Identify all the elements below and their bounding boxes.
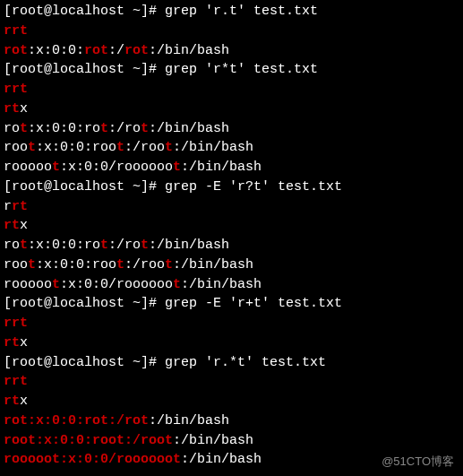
terminal-line: root:x:0:0:root:/root:/bin/bash xyxy=(4,431,459,451)
text-segment: t xyxy=(141,121,149,136)
text-segment: :/bin/bash xyxy=(149,43,229,58)
text-segment: roo xyxy=(4,257,28,273)
text-segment: :/bin/bash xyxy=(181,277,262,292)
text-segment: t xyxy=(20,121,28,136)
text-segment: t xyxy=(20,238,28,253)
text-segment: t xyxy=(173,277,181,292)
text-segment: :x:0:0/roooooo xyxy=(60,277,173,292)
text-segment: rooooo xyxy=(4,160,52,175)
terminal-line: rtx xyxy=(4,333,459,353)
watermark: @51CTO博客 xyxy=(382,454,454,471)
text-segment: :/bin/bash xyxy=(149,238,229,253)
text-segment: x xyxy=(20,335,28,351)
terminal-line: root:x:0:0:root:/root:/bin/bash xyxy=(4,138,459,158)
terminal-line: rrt xyxy=(4,80,459,100)
text-segment: t xyxy=(116,140,124,155)
text-segment: rt xyxy=(4,394,20,409)
text-segment: t xyxy=(165,140,173,155)
text-segment: t xyxy=(100,121,108,136)
text-segment: :/bin/bash xyxy=(173,257,253,273)
text-segment: :x:0:0:roo xyxy=(36,140,116,155)
text-segment: :x:0:0:ro xyxy=(28,238,100,253)
terminal-line: [root@localhost ~]# grep -E 'r?t' test.t… xyxy=(4,177,459,197)
text-segment: r xyxy=(4,199,12,214)
text-segment: :x:0:0:roo xyxy=(36,257,116,273)
text-segment: rot xyxy=(4,43,28,58)
terminal-line: rot:x:0:0:rot:/rot:/bin/bash xyxy=(4,236,459,255)
terminal-line: [root@localhost ~]# grep 'r*t' test.txt xyxy=(4,60,459,80)
terminal-line: rot:x:0:0:rot:/rot:/bin/bash xyxy=(4,411,459,431)
text-segment: rrt xyxy=(4,316,28,331)
text-segment: rooooo xyxy=(4,277,52,292)
terminal-line: rtx xyxy=(4,100,459,119)
text-segment: rt xyxy=(4,335,20,351)
text-segment: :/ xyxy=(108,43,124,58)
terminal-line: root:x:0:0:root:/root:/bin/bash xyxy=(4,255,459,275)
terminal-line: [root@localhost ~]# grep 'r.t' test.txt xyxy=(4,2,459,22)
text-segment: rrt xyxy=(4,23,28,39)
text-segment: :/roo xyxy=(124,257,165,273)
text-segment: x xyxy=(20,394,28,409)
terminal-line: [root@localhost ~]# grep 'r.*t' test.txt xyxy=(4,353,459,373)
text-segment: t xyxy=(141,238,149,253)
text-segment: t xyxy=(28,257,36,273)
text-segment: ro xyxy=(4,121,20,136)
terminal-line: rrt xyxy=(4,22,459,41)
text-segment: [root@localhost ~]# grep -E 'r+t' test.t… xyxy=(4,296,342,311)
text-segment: root:x:0:0:root:/root xyxy=(4,433,173,448)
text-segment: t xyxy=(165,257,173,273)
text-segment: rot xyxy=(124,43,149,58)
text-segment: [root@localhost ~]# grep 'r.t' test.txt xyxy=(4,4,318,19)
text-segment: t xyxy=(28,140,36,155)
text-segment: :/bin/bash xyxy=(181,160,262,175)
text-segment: :/bin/bash xyxy=(149,121,229,136)
terminal-line: rrt xyxy=(4,197,459,217)
text-segment: x xyxy=(20,101,28,117)
text-segment: [root@localhost ~]# grep 'r*t' test.txt xyxy=(4,62,318,77)
text-segment: rt xyxy=(4,101,20,117)
terminal-line: rtx xyxy=(4,392,459,411)
text-segment: rot:x:0:0:rot:/rot xyxy=(4,413,149,428)
text-segment: t xyxy=(52,277,60,292)
terminal-line: rrt xyxy=(4,372,459,392)
text-segment: rrt xyxy=(4,374,28,389)
text-segment: t xyxy=(100,238,108,253)
terminal-line: rrt xyxy=(4,314,459,333)
text-segment: :/bin/bash xyxy=(181,452,262,467)
text-segment: [root@localhost ~]# grep 'r.*t' test.txt xyxy=(4,355,326,370)
text-segment: t xyxy=(173,160,181,175)
text-segment: :x:0:0:ro xyxy=(28,121,100,136)
text-segment: rrt xyxy=(4,82,28,97)
text-segment: :/ro xyxy=(108,121,141,136)
text-segment: t xyxy=(52,160,60,175)
text-segment: :/roo xyxy=(124,140,165,155)
terminal-line: rot:x:0:0:rot:/rot:/bin/bash xyxy=(4,41,459,61)
terminal-line: rtx xyxy=(4,216,459,236)
terminal-line: rooooot:x:0:0/roooooot:/bin/bash xyxy=(4,158,459,177)
text-segment: roo xyxy=(4,140,28,155)
text-segment: :/ro xyxy=(108,238,141,253)
text-segment: ro xyxy=(4,238,20,253)
text-segment: rooooot:x:0:0/roooooot xyxy=(4,452,181,467)
text-segment: rot xyxy=(84,43,108,58)
terminal-line: [root@localhost ~]# grep -E 'r+t' test.t… xyxy=(4,294,459,314)
text-segment: :/bin/bash xyxy=(173,140,253,155)
text-segment: :/bin/bash xyxy=(149,413,229,428)
text-segment: :/bin/bash xyxy=(173,433,253,448)
text-segment: rt xyxy=(12,199,28,214)
text-segment: rt xyxy=(4,218,20,233)
text-segment: [root@localhost ~]# grep -E 'r?t' test.t… xyxy=(4,179,342,195)
text-segment: x xyxy=(20,218,28,233)
text-segment: t xyxy=(116,257,124,273)
terminal-line: rot:x:0:0:rot:/rot:/bin/bash xyxy=(4,119,459,139)
terminal-line: rooooot:x:0:0/roooooot:/bin/bash xyxy=(4,275,459,295)
text-segment: :x:0:0: xyxy=(28,43,84,58)
terminal-output: [root@localhost ~]# grep 'r.t' test.txtr… xyxy=(4,2,459,470)
text-segment: :x:0:0/roooooo xyxy=(60,160,173,175)
